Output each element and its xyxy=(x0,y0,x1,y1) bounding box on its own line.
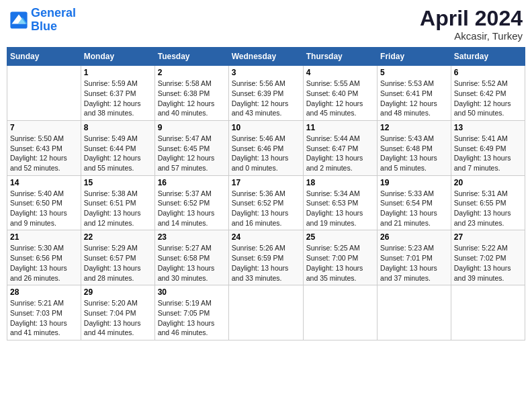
day-number: 20 xyxy=(454,178,522,187)
day-info: Sunrise: 5:49 AMSunset: 6:44 PMDaylight:… xyxy=(84,134,152,173)
day-number: 5 xyxy=(380,68,448,77)
day-number: 14 xyxy=(10,178,78,187)
calendar-cell: 19Sunrise: 5:33 AMSunset: 6:54 PMDayligh… xyxy=(378,175,451,230)
day-info: Sunrise: 5:22 AMSunset: 7:02 PMDaylight:… xyxy=(454,243,522,283)
calendar-cell: 3Sunrise: 5:56 AMSunset: 6:39 PMDaylight… xyxy=(228,66,303,121)
calendar-cell: 24Sunrise: 5:26 AMSunset: 6:59 PMDayligh… xyxy=(228,230,303,285)
month-year-title: April 2024 xyxy=(420,7,523,30)
calendar-cell xyxy=(7,66,81,121)
day-number: 19 xyxy=(380,178,448,187)
header-wednesday: Wednesday xyxy=(228,48,303,66)
day-info: Sunrise: 5:19 AMSunset: 7:05 PMDaylight:… xyxy=(158,298,226,338)
day-number: 24 xyxy=(232,232,300,242)
day-number: 17 xyxy=(232,178,300,187)
calendar-cell: 1Sunrise: 5:59 AMSunset: 6:37 PMDaylight… xyxy=(81,66,154,121)
day-number: 10 xyxy=(232,123,300,132)
day-number: 30 xyxy=(158,287,226,297)
day-info: Sunrise: 5:20 AMSunset: 7:04 PMDaylight:… xyxy=(84,298,152,338)
calendar-cell: 30Sunrise: 5:19 AMSunset: 7:05 PMDayligh… xyxy=(154,285,228,340)
week-row-1: 1Sunrise: 5:59 AMSunset: 6:37 PMDaylight… xyxy=(7,66,525,121)
logo-line2: Blue xyxy=(31,19,57,33)
day-number: 2 xyxy=(158,68,226,77)
calendar-cell: 17Sunrise: 5:36 AMSunset: 6:52 PMDayligh… xyxy=(228,175,303,230)
day-info: Sunrise: 5:50 AMSunset: 6:43 PMDaylight:… xyxy=(10,134,78,173)
logo-icon xyxy=(9,11,28,30)
calendar-cell: 15Sunrise: 5:38 AMSunset: 6:51 PMDayligh… xyxy=(81,175,154,230)
calendar-table: SundayMondayTuesdayWednesdayThursdayFrid… xyxy=(7,47,525,340)
day-number: 21 xyxy=(10,232,78,242)
calendar-header-row: SundayMondayTuesdayWednesdayThursdayFrid… xyxy=(7,48,525,66)
day-number: 29 xyxy=(84,287,152,297)
day-info: Sunrise: 5:46 AMSunset: 6:46 PMDaylight:… xyxy=(232,134,300,173)
header-sunday: Sunday xyxy=(7,48,81,66)
day-info: Sunrise: 5:40 AMSunset: 6:50 PMDaylight:… xyxy=(10,189,78,228)
calendar-cell: 5Sunrise: 5:53 AMSunset: 6:41 PMDaylight… xyxy=(378,66,451,121)
day-number: 11 xyxy=(306,123,374,132)
calendar-cell xyxy=(378,285,451,340)
day-number: 1 xyxy=(84,68,152,77)
header-monday: Monday xyxy=(81,48,154,66)
day-info: Sunrise: 5:33 AMSunset: 6:54 PMDaylight:… xyxy=(380,189,448,228)
calendar-cell: 27Sunrise: 5:22 AMSunset: 7:02 PMDayligh… xyxy=(451,230,525,285)
day-number: 6 xyxy=(454,68,522,77)
day-number: 23 xyxy=(158,232,226,242)
calendar-cell: 7Sunrise: 5:50 AMSunset: 6:43 PMDaylight… xyxy=(7,120,81,175)
calendar-cell: 14Sunrise: 5:40 AMSunset: 6:50 PMDayligh… xyxy=(7,175,81,230)
day-info: Sunrise: 5:21 AMSunset: 7:03 PMDaylight:… xyxy=(10,298,78,338)
day-info: Sunrise: 5:29 AMSunset: 6:57 PMDaylight:… xyxy=(84,243,152,283)
day-info: Sunrise: 5:27 AMSunset: 6:58 PMDaylight:… xyxy=(158,243,226,283)
calendar-cell: 12Sunrise: 5:43 AMSunset: 6:48 PMDayligh… xyxy=(378,120,451,175)
header-thursday: Thursday xyxy=(303,48,377,66)
day-info: Sunrise: 5:53 AMSunset: 6:41 PMDaylight:… xyxy=(380,79,448,118)
day-info: Sunrise: 5:31 AMSunset: 6:55 PMDaylight:… xyxy=(454,189,522,228)
day-info: Sunrise: 5:58 AMSunset: 6:38 PMDaylight:… xyxy=(158,79,226,118)
day-info: Sunrise: 5:55 AMSunset: 6:40 PMDaylight:… xyxy=(306,79,374,118)
day-number: 3 xyxy=(232,68,300,77)
day-number: 22 xyxy=(84,232,152,242)
logo-text: General Blue xyxy=(31,7,76,34)
day-number: 16 xyxy=(158,178,226,187)
title-block: April 2024 Akcasir, Turkey xyxy=(420,7,523,42)
calendar-cell: 4Sunrise: 5:55 AMSunset: 6:40 PMDaylight… xyxy=(303,66,377,121)
day-number: 25 xyxy=(306,232,374,242)
week-row-5: 28Sunrise: 5:21 AMSunset: 7:03 PMDayligh… xyxy=(7,285,525,340)
calendar-cell: 2Sunrise: 5:58 AMSunset: 6:38 PMDaylight… xyxy=(154,66,228,121)
day-number: 12 xyxy=(380,123,448,132)
day-number: 9 xyxy=(158,123,226,132)
day-info: Sunrise: 5:52 AMSunset: 6:42 PMDaylight:… xyxy=(454,79,522,118)
header-friday: Friday xyxy=(378,48,451,66)
day-info: Sunrise: 5:43 AMSunset: 6:48 PMDaylight:… xyxy=(380,134,448,173)
calendar-cell: 6Sunrise: 5:52 AMSunset: 6:42 PMDaylight… xyxy=(451,66,525,121)
day-number: 18 xyxy=(306,178,374,187)
calendar-cell: 16Sunrise: 5:37 AMSunset: 6:52 PMDayligh… xyxy=(154,175,228,230)
calendar-cell xyxy=(303,285,377,340)
calendar-cell: 29Sunrise: 5:20 AMSunset: 7:04 PMDayligh… xyxy=(81,285,154,340)
day-info: Sunrise: 5:44 AMSunset: 6:47 PMDaylight:… xyxy=(306,134,374,173)
calendar-cell xyxy=(451,285,525,340)
calendar-cell: 28Sunrise: 5:21 AMSunset: 7:03 PMDayligh… xyxy=(7,285,81,340)
calendar-cell xyxy=(228,285,303,340)
calendar-cell: 10Sunrise: 5:46 AMSunset: 6:46 PMDayligh… xyxy=(228,120,303,175)
day-number: 8 xyxy=(84,123,152,132)
day-number: 4 xyxy=(306,68,374,77)
day-info: Sunrise: 5:38 AMSunset: 6:51 PMDaylight:… xyxy=(84,189,152,228)
header-saturday: Saturday xyxy=(451,48,525,66)
calendar-cell: 11Sunrise: 5:44 AMSunset: 6:47 PMDayligh… xyxy=(303,120,377,175)
calendar-cell: 25Sunrise: 5:25 AMSunset: 7:00 PMDayligh… xyxy=(303,230,377,285)
logo: General Blue xyxy=(9,7,76,34)
location-subtitle: Akcasir, Turkey xyxy=(420,30,523,42)
calendar-cell: 13Sunrise: 5:41 AMSunset: 6:49 PMDayligh… xyxy=(451,120,525,175)
day-number: 7 xyxy=(10,123,78,132)
calendar-cell: 18Sunrise: 5:34 AMSunset: 6:53 PMDayligh… xyxy=(303,175,377,230)
week-row-4: 21Sunrise: 5:30 AMSunset: 6:56 PMDayligh… xyxy=(7,230,525,285)
day-number: 15 xyxy=(84,178,152,187)
day-info: Sunrise: 5:36 AMSunset: 6:52 PMDaylight:… xyxy=(232,189,300,228)
day-info: Sunrise: 5:23 AMSunset: 7:01 PMDaylight:… xyxy=(380,243,448,283)
day-info: Sunrise: 5:34 AMSunset: 6:53 PMDaylight:… xyxy=(306,189,374,228)
day-info: Sunrise: 5:30 AMSunset: 6:56 PMDaylight:… xyxy=(10,243,78,283)
page-header: General Blue April 2024 Akcasir, Turkey xyxy=(7,7,525,42)
day-info: Sunrise: 5:37 AMSunset: 6:52 PMDaylight:… xyxy=(158,189,226,228)
day-number: 28 xyxy=(10,287,78,297)
calendar-cell: 20Sunrise: 5:31 AMSunset: 6:55 PMDayligh… xyxy=(451,175,525,230)
day-number: 26 xyxy=(380,232,448,242)
